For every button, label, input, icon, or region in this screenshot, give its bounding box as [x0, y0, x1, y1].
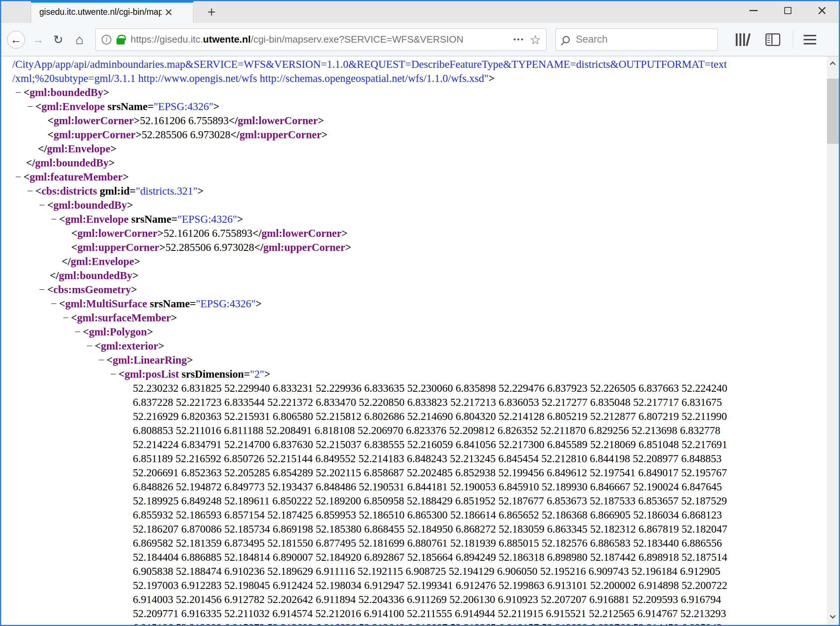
xml-token: < [118, 368, 125, 380]
scroll-up-button[interactable] [827, 56, 839, 70]
xml-token: < [47, 114, 54, 127]
xml-token: > [187, 354, 193, 366]
collapse-marker[interactable]: − [75, 326, 83, 338]
secure-lock-icon[interactable] [116, 38, 125, 44]
back-button[interactable]: ← [7, 31, 25, 49]
tab-title: gisedu.itc.utwente.nl/cgi-bin/mapse [39, 7, 162, 17]
browser-tab[interactable]: gisedu.itc.utwente.nl/cgi-bin/mapse [31, 1, 193, 23]
xml-token: < [35, 100, 42, 112]
chevron-up-icon [830, 61, 836, 67]
collapse-marker[interactable]: − [27, 100, 35, 112]
xml-token: gml:upperCorner [77, 241, 160, 253]
browser-window: gisedu.itc.utwente.nl/cgi-bin/mapse + ← … [0, 0, 840, 626]
xml-token: 52.189925 6.849248 52.189611 6.850222 52… [133, 495, 727, 507]
collapse-marker[interactable]: − [39, 199, 47, 211]
xml-token: > [127, 199, 133, 211]
xml-token: > [135, 128, 142, 141]
xml-line: <gml:upperCorner>52.285506 6.973028</gml… [1, 127, 826, 142]
collapse-marker[interactable]: − [39, 283, 47, 296]
bookmark-star-icon[interactable]: ☆ [530, 34, 541, 45]
search-input[interactable] [576, 34, 702, 45]
xml-token: </ [38, 143, 47, 155]
xml-token: 52.285506 6.973028 [142, 128, 231, 141]
navigation-toolbar: ← → ↻ ⌂ i https://gisedu.itc.utwente.nl/… [1, 23, 839, 56]
xml-token: gml:posList [125, 368, 179, 380]
hamburger-menu-icon[interactable] [804, 35, 816, 44]
forward-button[interactable]: → [31, 33, 46, 46]
xml-token: > [132, 269, 139, 281]
collapse-marker[interactable]: − [15, 171, 24, 183]
xml-token: </ [252, 227, 262, 239]
xml-line: − <gml:boundedBy> [1, 85, 826, 99]
window-controls [736, 1, 839, 20]
xml-token: gml:Polygon [89, 326, 147, 338]
maximize-button[interactable] [771, 1, 805, 20]
page-content: /CityApp/app/api/adminboundaries.map&SER… [1, 56, 839, 625]
home-button[interactable]: ⌂ [71, 32, 88, 47]
collapse-marker[interactable]: − [51, 213, 59, 225]
page-info-icon[interactable]: i [102, 35, 111, 44]
coordinate-line: 52.197003 6.912283 52.198045 6.912424 52… [1, 578, 826, 592]
vertical-scrollbar[interactable] [827, 56, 839, 625]
collapse-marker[interactable]: − [98, 354, 107, 366]
xml-token: gml:lowerCorner [238, 114, 318, 127]
xml-token: < [59, 213, 65, 225]
page-actions-icon[interactable]: ••• [513, 35, 524, 44]
xml-token: < [47, 283, 53, 296]
minimize-button[interactable] [736, 1, 771, 20]
collapse-marker[interactable]: − [86, 340, 94, 352]
collapse-marker[interactable]: − [27, 185, 35, 197]
xml-token: < [94, 340, 101, 352]
collapse-marker[interactable]: − [51, 297, 59, 310]
xml-token: gml:id= [97, 185, 136, 197]
url-text[interactable]: https://gisedu.itc.utwente.nl/cgi-bin/ma… [130, 34, 510, 45]
xml-token: gml:exterior [101, 340, 159, 352]
xml-token: < [35, 185, 42, 197]
chevron-down-icon [830, 613, 836, 619]
xml-token: < [24, 86, 30, 98]
xml-token: </ [26, 157, 35, 169]
new-tab-button[interactable]: + [203, 4, 220, 20]
reload-button[interactable]: ↻ [50, 33, 66, 47]
coordinate-line: 52.186207 6.870086 52.185734 6.869198 52… [1, 522, 826, 536]
minimize-icon [749, 10, 758, 11]
close-button[interactable] [805, 1, 839, 20]
xml-token: < [71, 241, 77, 253]
collapse-marker[interactable]: − [15, 86, 24, 98]
xml-token: "EPSG:4326" [177, 213, 237, 225]
xml-token: 6.914003 52.201456 6.912782 52.202642 6.… [133, 593, 721, 605]
xml-token: > [214, 100, 220, 112]
library-icon[interactable] [735, 33, 751, 46]
collapse-marker[interactable]: − [63, 312, 71, 324]
xml-token: srsName= [129, 213, 177, 225]
xml-token: 52.206691 6.852363 52.205285 6.854289 52… [133, 466, 727, 479]
xml-token: 6.837228 52.221723 6.833544 52.221372 6.… [133, 396, 722, 408]
scroll-down-button[interactable] [827, 611, 839, 625]
collapse-marker[interactable]: − [110, 368, 118, 380]
xml-token: > [318, 114, 324, 127]
search-box[interactable] [556, 28, 718, 51]
xml-token: /CityApp/app/api/adminboundaries.map&SER… [12, 58, 727, 70]
xml-line: /xml;%20subtype=gml/3.1.1 http://www.ope… [1, 71, 826, 85]
xml-line: − <gml:exterior> [1, 339, 826, 353]
xml-token: > [109, 157, 115, 169]
coordinate-line: 6.851189 52.216592 6.850726 52.215144 6.… [1, 451, 826, 465]
xml-token: 6.851189 52.216592 6.850726 52.215144 6.… [133, 452, 722, 465]
tab-close-icon[interactable] [165, 8, 172, 16]
xml-token: > [147, 326, 153, 338]
xml-token: < [83, 326, 89, 338]
xml-token: > [134, 255, 140, 267]
xml-token: 52.184404 6.886885 52.184814 6.890007 52… [133, 551, 727, 563]
sidebar-toggle-icon[interactable] [765, 33, 780, 46]
coordinate-line: 6.869582 52.181359 6.873495 52.181550 6.… [1, 536, 826, 550]
xml-token: 6.848826 52.194872 6.849773 52.193437 6.… [133, 481, 722, 493]
xml-line: − <gml:LinearRing> [1, 353, 826, 367]
xml-line: − <gml:surfaceMember> [1, 311, 826, 325]
xml-line: </gml:Envelope> [1, 254, 826, 268]
xml-token: > [237, 213, 243, 225]
url-text-fade [488, 34, 510, 45]
url-bar[interactable]: i https://gisedu.itc.utwente.nl/cgi-bin/… [95, 28, 546, 51]
xml-token: > [103, 86, 110, 98]
coordinate-line: 52.216929 6.820363 52.215931 6.806580 52… [1, 409, 826, 423]
scrollbar-thumb[interactable] [827, 78, 839, 144]
